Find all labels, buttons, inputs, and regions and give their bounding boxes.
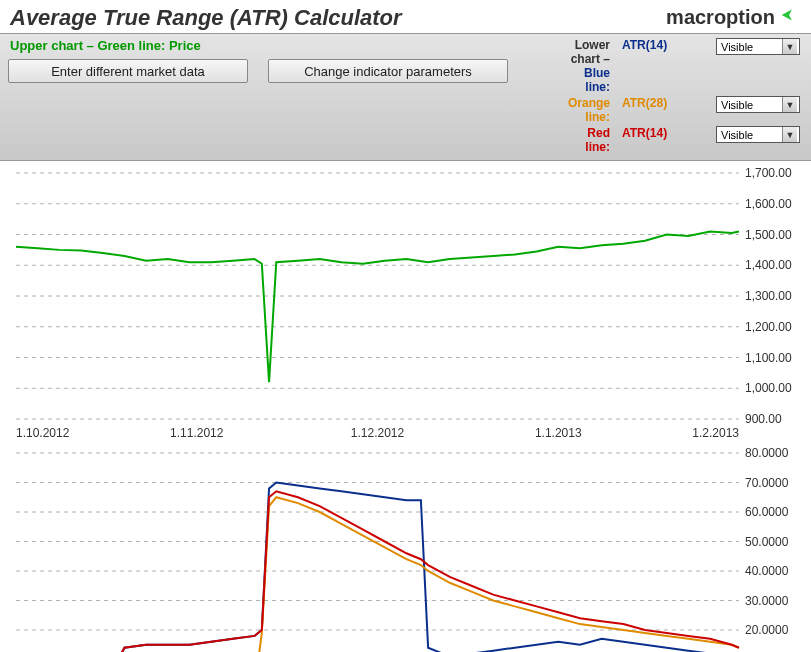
svg-text:1,300.00: 1,300.00 <box>745 289 792 303</box>
toolbar: Upper chart – Green line: Price Enter di… <box>0 34 811 161</box>
legend-red-label: Red line: <box>568 126 616 154</box>
chart-area: 900.001,000.001,100.001,200.001,300.001,… <box>0 161 811 652</box>
svg-text:40.0000: 40.0000 <box>745 564 789 578</box>
svg-text:20.0000: 20.0000 <box>745 623 789 637</box>
svg-text:30.0000: 30.0000 <box>745 594 789 608</box>
visibility-select-blue[interactable]: Visible ▼ <box>716 38 800 55</box>
chevron-down-icon: ▼ <box>782 39 797 54</box>
svg-text:900.00: 900.00 <box>745 412 782 426</box>
svg-text:1,400.00: 1,400.00 <box>745 258 792 272</box>
brand: macroption <box>666 4 801 31</box>
charts-svg: 900.001,000.001,100.001,200.001,300.001,… <box>2 163 809 652</box>
brand-text: macroption <box>666 6 775 29</box>
svg-text:60.0000: 60.0000 <box>745 505 789 519</box>
chevron-down-icon: ▼ <box>782 97 797 112</box>
page-title: Average True Range (ATR) Calculator <box>10 5 402 31</box>
change-params-button[interactable]: Change indicator parameters <box>268 59 508 83</box>
series-price <box>16 231 739 382</box>
header: Average True Range (ATR) Calculator macr… <box>0 0 811 34</box>
svg-text:1.2.2013: 1.2.2013 <box>692 426 739 440</box>
svg-text:1,500.00: 1,500.00 <box>745 228 792 242</box>
svg-text:1.1.2013: 1.1.2013 <box>535 426 582 440</box>
legend-red-name: ATR(14) <box>616 126 716 154</box>
series-atr-14- <box>16 491 739 652</box>
svg-text:1,200.00: 1,200.00 <box>745 320 792 334</box>
brand-icon <box>779 4 801 31</box>
visibility-select-red[interactable]: Visible ▼ <box>716 126 800 143</box>
svg-text:1.10.2012: 1.10.2012 <box>16 426 70 440</box>
svg-text:1.12.2012: 1.12.2012 <box>351 426 405 440</box>
legend-orange-name: ATR(28) <box>616 96 716 124</box>
svg-text:1,100.00: 1,100.00 <box>745 351 792 365</box>
lower-chart-label: Lower chart – Blue line: <box>568 38 616 94</box>
svg-text:1,700.00: 1,700.00 <box>745 166 792 180</box>
chevron-down-icon: ▼ <box>782 127 797 142</box>
enter-data-button[interactable]: Enter different market data <box>8 59 248 83</box>
svg-text:70.0000: 70.0000 <box>745 476 789 490</box>
svg-text:1,600.00: 1,600.00 <box>745 197 792 211</box>
svg-text:80.0000: 80.0000 <box>745 446 789 460</box>
legend-orange-label: Orange line: <box>568 96 616 124</box>
svg-text:1.11.2012: 1.11.2012 <box>170 426 224 440</box>
upper-chart-label: Upper chart – Green line: Price <box>8 38 568 53</box>
svg-text:1,000.00: 1,000.00 <box>745 381 792 395</box>
series-atr-28- <box>16 497 739 652</box>
visibility-select-orange[interactable]: Visible ▼ <box>716 96 800 113</box>
svg-text:50.0000: 50.0000 <box>745 535 789 549</box>
legend-blue-name: ATR(14) <box>616 38 716 94</box>
